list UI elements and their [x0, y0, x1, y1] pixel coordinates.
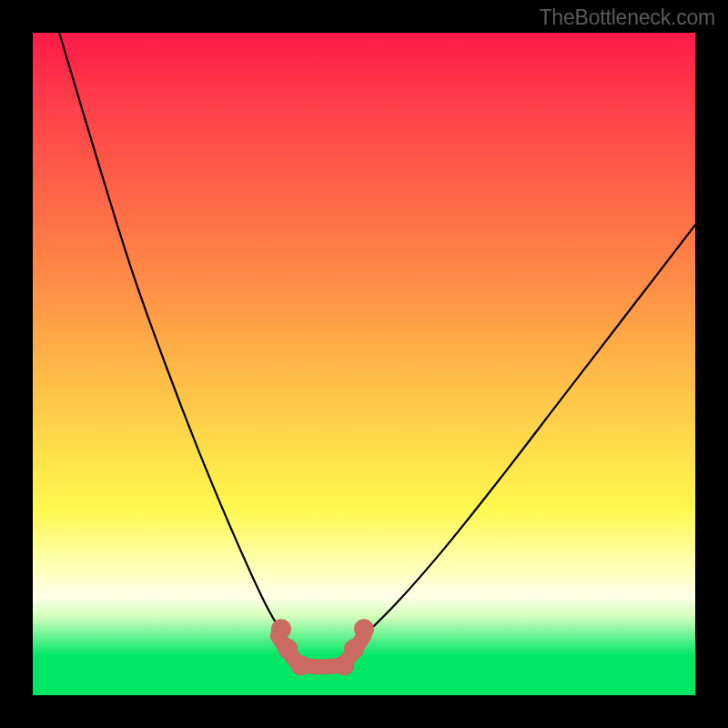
chart-frame: TheBottleneck.com	[0, 0, 728, 728]
floor-node-0	[271, 619, 291, 639]
curve-right_arm	[358, 225, 695, 642]
floor-node-1	[278, 639, 298, 659]
curve-left_arm	[59, 33, 288, 642]
watermark-label: TheBottleneck.com	[540, 5, 715, 30]
chart-svg	[33, 33, 695, 695]
floor-node-2	[291, 655, 311, 675]
floor-node-4	[344, 639, 364, 659]
floor-node-5	[354, 619, 374, 639]
chart-plot-area	[33, 33, 695, 695]
